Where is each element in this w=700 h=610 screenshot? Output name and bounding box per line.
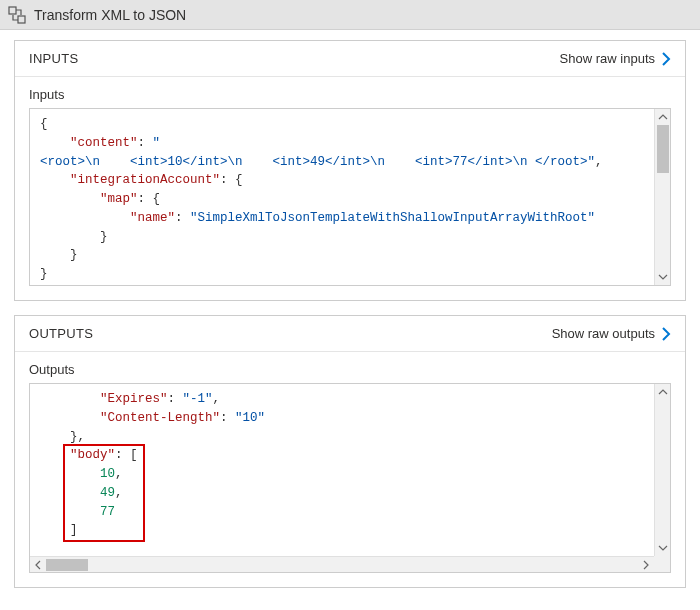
outputs-header-label: OUTPUTS xyxy=(29,326,93,341)
show-raw-outputs-label: Show raw outputs xyxy=(552,326,655,341)
outputs-code-box: "Expires": "-1", "Content-Length": "10" … xyxy=(29,383,671,573)
inputs-vertical-scrollbar[interactable] xyxy=(654,109,670,285)
transform-icon xyxy=(8,6,26,24)
show-raw-inputs-link[interactable]: Show raw inputs xyxy=(560,51,671,66)
outputs-panel: OUTPUTS Show raw outputs Outputs "Expire… xyxy=(14,315,686,588)
scrollbar-thumb[interactable] xyxy=(46,559,88,571)
inputs-code-box: { "content": " <root>\n <int>10</int>\n … xyxy=(29,108,671,286)
outputs-code: "Expires": "-1", "Content-Length": "10" … xyxy=(30,384,654,546)
scroll-up-icon[interactable] xyxy=(655,384,671,400)
title-bar: Transform XML to JSON xyxy=(0,0,700,30)
outputs-sub-label: Outputs xyxy=(29,362,671,377)
scroll-corner xyxy=(654,556,670,572)
outputs-panel-header: OUTPUTS Show raw outputs xyxy=(15,316,685,352)
scrollbar-thumb[interactable] xyxy=(657,125,669,173)
inputs-sub-label: Inputs xyxy=(29,87,671,102)
show-raw-inputs-label: Show raw inputs xyxy=(560,51,655,66)
show-raw-outputs-link[interactable]: Show raw outputs xyxy=(552,326,671,341)
inputs-header-label: INPUTS xyxy=(29,51,78,66)
inputs-code-viewport[interactable]: { "content": " <root>\n <int>10</int>\n … xyxy=(30,109,654,285)
chevron-right-icon xyxy=(661,52,671,66)
inputs-code: { "content": " <root>\n <int>10</int>\n … xyxy=(30,109,654,285)
outputs-panel-body: Outputs "Expires": "-1", "Content-Length… xyxy=(15,352,685,587)
window-title: Transform XML to JSON xyxy=(34,7,186,23)
svg-rect-0 xyxy=(9,7,16,14)
scroll-down-icon[interactable] xyxy=(655,269,671,285)
scroll-down-icon[interactable] xyxy=(655,540,671,556)
svg-rect-1 xyxy=(18,16,25,23)
inputs-panel-body: Inputs { "content": " <root>\n <int>10</… xyxy=(15,77,685,300)
outputs-vertical-scrollbar[interactable] xyxy=(654,384,670,556)
scroll-up-icon[interactable] xyxy=(655,109,671,125)
scroll-left-icon[interactable] xyxy=(30,557,46,573)
inputs-panel: INPUTS Show raw inputs Inputs { "content… xyxy=(14,40,686,301)
inputs-panel-header: INPUTS Show raw inputs xyxy=(15,41,685,77)
chevron-right-icon xyxy=(661,327,671,341)
outputs-code-viewport[interactable]: "Expires": "-1", "Content-Length": "10" … xyxy=(30,384,654,556)
scroll-right-icon[interactable] xyxy=(638,557,654,573)
outputs-horizontal-scrollbar[interactable] xyxy=(30,556,654,572)
